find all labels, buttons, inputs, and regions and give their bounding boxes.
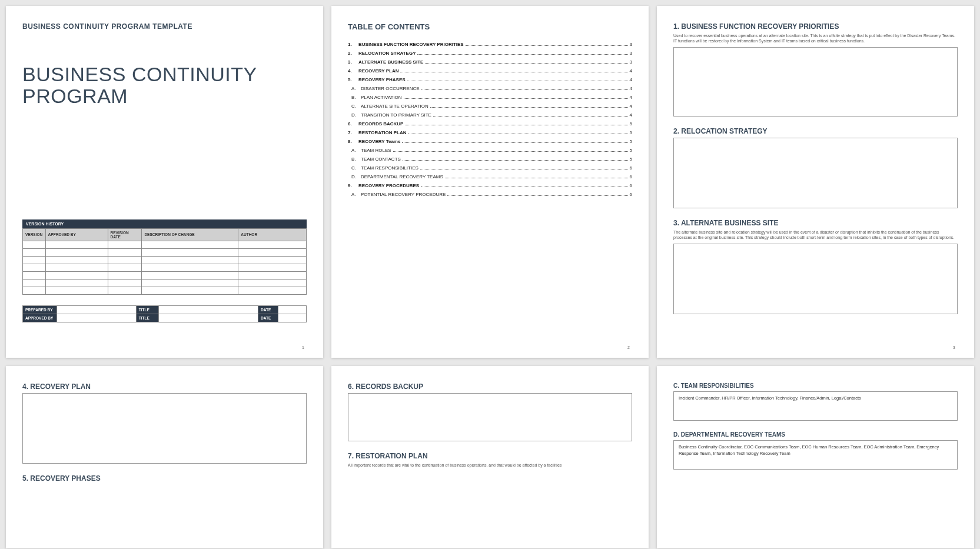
toc-page: 4 [630, 95, 632, 100]
page-4: 4. RECOVERY PLAN 5. RECOVERY PHASES [6, 366, 323, 548]
toc-heading: TABLE OF CONTENTS [348, 22, 632, 31]
toc-number: 5. [348, 77, 358, 82]
version-history-table: VERSION APPROVED BY REVISION DATE DESCRI… [22, 228, 307, 295]
document-title: BUSINESS CONTINUITY PROGRAM [22, 64, 307, 108]
toc-number: 1. [348, 42, 358, 47]
section-3-box [673, 244, 958, 314]
toc-dots [393, 151, 628, 152]
toc-item: 1.BUSINESS FUNCTION RECOVERY PRIORITIES3 [348, 42, 632, 47]
page-3: 1. BUSINESS FUNCTION RECOVERY PRIORITIES… [657, 6, 974, 358]
template-eyebrow: BUSINESS CONTINUITY PROGRAM TEMPLATE [22, 22, 307, 31]
col-author: AUTHOR [238, 228, 307, 241]
section-4-box [22, 393, 307, 464]
section-2-box [673, 138, 958, 208]
toc-dots [430, 107, 628, 108]
toc-item: 6.RECORDS BACKUP5 [348, 121, 632, 127]
toc-number: D. [348, 112, 361, 118]
toc-label: TRANSITION TO PRIMARY SITE [361, 112, 431, 118]
col-description: DESCRIPTION OF CHANGE [142, 228, 238, 241]
section-1-desc: Used to recover essential business opera… [673, 33, 958, 44]
section-3-heading: 3. ALTERNATE BUSINESS SITE [673, 219, 958, 227]
toc-page: 5 [630, 139, 632, 144]
toc-page: 4 [630, 68, 632, 74]
toc-page: 3 [630, 42, 632, 47]
toc-item: 9.RECOVERY PROCEDURES6 [348, 183, 632, 188]
toc-number: 9. [348, 183, 358, 188]
toc-page: 5 [630, 148, 632, 153]
toc-item: 7.RESTORATION PLAN5 [348, 130, 632, 135]
toc-item: A.POTENTIAL RECOVERY PROCEDURE6 [348, 192, 632, 197]
toc-item: B.TEAM CONTACTS5 [348, 157, 632, 162]
section-2-heading: 2. RELOCATION STRATEGY [673, 127, 958, 135]
toc-item: C.TEAM RESPONSIBILITIES6 [348, 165, 632, 171]
label-date: DATE [258, 305, 278, 314]
page-5: 6. RECORDS BACKUP 7. RESTORATION PLAN Al… [331, 366, 649, 548]
toc-dots [447, 195, 627, 196]
toc-page: 5 [630, 130, 632, 135]
toc-number: 3. [348, 59, 358, 65]
toc-page: 3 [630, 51, 632, 56]
label-prepared-by: PREPARED BY [23, 305, 57, 314]
toc-item: 5.RECOVERY PHASES4 [348, 77, 632, 82]
toc-dots [425, 63, 627, 64]
section-6-box [348, 393, 632, 441]
toc-item: 8.RECOVERY Teams5 [348, 139, 632, 144]
toc-label: ALTERNATE BUSINESS SITE [358, 59, 423, 65]
toc-label: RECOVERY PLAN [358, 68, 398, 74]
toc-dots [417, 54, 627, 55]
toc-label: TEAM RESPONSIBILITIES [361, 165, 418, 171]
toc-number: 6. [348, 121, 358, 127]
section-1-box [673, 47, 958, 117]
version-history-header: VERSION HISTORY [22, 219, 307, 228]
toc-item: 3.ALTERNATE BUSINESS SITE3 [348, 59, 632, 65]
page-number: 1 [302, 345, 304, 350]
toc-page: 6 [630, 165, 632, 171]
title-line-1: BUSINESS CONTINUITY [22, 63, 257, 85]
section-7-desc: All important records that are vital to … [348, 463, 632, 468]
toc-dots [405, 125, 627, 125]
toc-number: D. [348, 174, 361, 179]
col-version: VERSION [23, 228, 46, 241]
section-c-box: Incident Commander, HR/PR Officer, Infor… [673, 391, 958, 421]
toc-page: 3 [630, 59, 632, 65]
toc-label: DEPARTMENTAL RECOVERY TEAMS [361, 174, 443, 179]
toc-number: 4. [348, 68, 358, 74]
page-number: 2 [627, 345, 630, 350]
toc-label: RECOVERY Teams [358, 139, 400, 144]
toc-item: D.DEPARTMENTAL RECOVERY TEAMS6 [348, 174, 632, 179]
signature-table: PREPARED BY TITLE DATE APPROVED BY TITLE… [22, 305, 307, 322]
toc-dots [404, 98, 628, 99]
label-date-2: DATE [258, 314, 278, 322]
toc-number: 8. [348, 139, 358, 144]
toc-number: B. [348, 95, 361, 100]
toc-item: D.TRANSITION TO PRIMARY SITE4 [348, 112, 632, 118]
toc-item: A.TEAM ROLES5 [348, 148, 632, 153]
toc-dots [407, 81, 628, 81]
section-c-heading: C. TEAM RESPONSIBILITIES [673, 382, 958, 389]
toc-dots [445, 178, 628, 178]
section-5-heading: 5. RECOVERY PHASES [22, 474, 307, 483]
toc-number: 2. [348, 51, 358, 56]
toc-item: 2.RELOCATION STRATEGY3 [348, 51, 632, 56]
toc-page: 4 [630, 86, 632, 91]
toc-number: 7. [348, 130, 358, 135]
section-3-desc: The alternate business site and relocati… [673, 229, 958, 240]
toc-page: 4 [630, 104, 632, 109]
page-number: 3 [953, 345, 955, 350]
label-approved-by: APPROVED BY [23, 314, 57, 322]
toc-page: 5 [630, 121, 632, 127]
col-approved-by: APPROVED BY [45, 228, 108, 241]
toc-number: C. [348, 104, 361, 109]
toc-label: RESTORATION PLAN [358, 130, 406, 135]
label-title-2: TITLE [136, 314, 159, 322]
toc-number: A. [348, 192, 361, 197]
page-6: C. TEAM RESPONSIBILITIES Incident Comman… [657, 366, 974, 548]
toc-number: A. [348, 86, 361, 91]
toc-page: 5 [630, 157, 632, 162]
toc-dots [402, 142, 627, 143]
toc-dots [403, 160, 628, 161]
col-revision-date: REVISION DATE [108, 228, 142, 241]
toc-dots [400, 72, 627, 72]
section-1-heading: 1. BUSINESS FUNCTION RECOVERY PRIORITIES [673, 22, 958, 31]
toc-label: TEAM CONTACTS [361, 157, 401, 162]
